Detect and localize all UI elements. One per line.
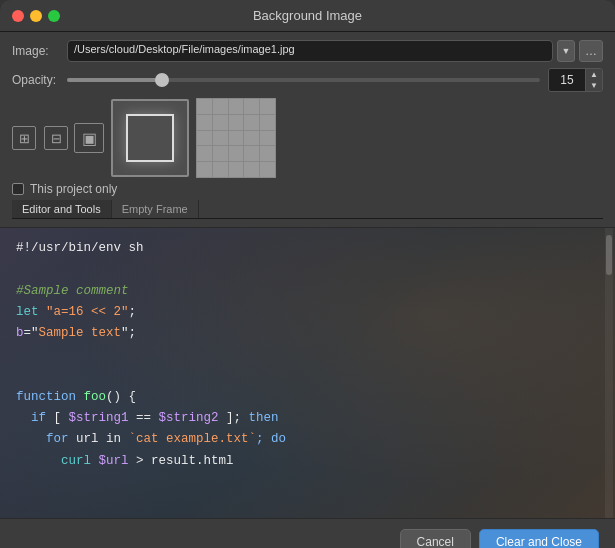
opacity-value: 15 xyxy=(549,69,585,91)
grid-cell xyxy=(213,162,228,177)
image-label: Image: xyxy=(12,44,67,58)
titlebar: Background Image xyxy=(0,0,615,32)
code-content[interactable]: #!/usr/bin/env sh #Sample comment let "a… xyxy=(0,228,615,482)
grid-cell xyxy=(229,115,244,130)
grid-cell xyxy=(213,99,228,114)
grid-cell xyxy=(244,131,259,146)
grid-cell xyxy=(197,99,212,114)
browse-button[interactable]: … xyxy=(579,40,603,62)
grid-cell xyxy=(260,162,275,177)
code-line: curl $url > result.html xyxy=(16,451,599,472)
checkbox-row: This project only xyxy=(12,182,603,196)
cancel-button[interactable]: Cancel xyxy=(400,529,471,548)
opacity-slider-wrap xyxy=(67,78,540,82)
window-title: Background Image xyxy=(253,8,362,23)
opacity-label: Opacity: xyxy=(12,73,67,87)
opacity-value-wrap: 15 ▲ ▼ xyxy=(548,68,603,92)
opacity-increment[interactable]: ▲ xyxy=(586,69,602,80)
footer: Cancel Clear and Close xyxy=(0,518,615,548)
grid-cell xyxy=(229,99,244,114)
traffic-lights xyxy=(12,10,60,22)
grid-cell xyxy=(260,115,275,130)
grid-cell xyxy=(244,115,259,130)
grid-cell xyxy=(213,146,228,161)
maximize-button[interactable] xyxy=(48,10,60,22)
tab-empty-frame[interactable]: Empty Frame xyxy=(112,200,199,218)
code-line: #!/usr/bin/env sh xyxy=(16,238,599,259)
code-line: function foo() { xyxy=(16,387,599,408)
project-only-label: This project only xyxy=(30,182,117,196)
grid-cell xyxy=(197,162,212,177)
dropdown-arrow-icon[interactable]: ▼ xyxy=(557,40,575,62)
grid-cell xyxy=(197,115,212,130)
grid-cell xyxy=(229,131,244,146)
image-path-select[interactable]: /Users/cloud/Desktop/File/images/image1.… xyxy=(67,40,553,62)
grid-cell xyxy=(197,131,212,146)
grid-cell xyxy=(244,146,259,161)
tabs-row: Editor and Tools Empty Frame xyxy=(12,200,603,219)
code-line xyxy=(16,344,599,365)
code-line: if [ $string1 == $string2 ]; then xyxy=(16,408,599,429)
thumb-rows-icon[interactable]: ⊟ xyxy=(44,126,68,150)
grid-cell xyxy=(260,146,275,161)
opacity-decrement[interactable]: ▼ xyxy=(586,80,602,91)
code-line: b="Sample text"; xyxy=(16,323,599,344)
clear-and-close-button[interactable]: Clear and Close xyxy=(479,529,599,548)
preview-inner-box xyxy=(126,114,174,162)
background-image-dialog: Background Image Image: /Users/cloud/Des… xyxy=(0,0,615,548)
grid-cell xyxy=(213,115,228,130)
opacity-row: Opacity: 15 ▲ ▼ xyxy=(12,68,603,92)
image-input-wrap: /Users/cloud/Desktop/File/images/image1.… xyxy=(67,40,603,62)
grid-cell xyxy=(244,162,259,177)
preview-outer-box xyxy=(111,99,189,177)
slider-fill xyxy=(67,78,162,82)
opacity-slider[interactable] xyxy=(67,78,540,82)
preview-grid xyxy=(196,98,276,178)
preview-middle xyxy=(110,98,190,178)
grid-cell xyxy=(229,146,244,161)
grid-cell xyxy=(260,131,275,146)
code-line: let "a=16 << 2"; xyxy=(16,302,599,323)
grid-cell xyxy=(197,146,212,161)
tab-editor-tools[interactable]: Editor and Tools xyxy=(12,200,112,218)
project-only-checkbox[interactable] xyxy=(12,183,24,195)
grid-cell xyxy=(229,162,244,177)
thumb-center-icon[interactable]: ▣ xyxy=(74,123,104,153)
code-line xyxy=(16,366,599,387)
controls-area: Image: /Users/cloud/Desktop/File/images/… xyxy=(0,32,615,228)
thumb-columns-icon[interactable]: ⊞ xyxy=(12,126,36,150)
slider-thumb[interactable] xyxy=(155,73,169,87)
grid-cell xyxy=(213,131,228,146)
code-line: for url in `cat example.txt`; do xyxy=(16,429,599,450)
grid-cell xyxy=(244,99,259,114)
image-row: Image: /Users/cloud/Desktop/File/images/… xyxy=(12,40,603,62)
grid-cell xyxy=(260,99,275,114)
thumbnails-row: ⊞ ⊟ ▣ xyxy=(12,98,603,178)
code-line xyxy=(16,259,599,280)
minimize-button[interactable] xyxy=(30,10,42,22)
editor-area: #!/usr/bin/env sh #Sample comment let "a… xyxy=(0,228,615,518)
close-button[interactable] xyxy=(12,10,24,22)
opacity-stepper: ▲ ▼ xyxy=(585,69,602,91)
code-line: #Sample comment xyxy=(16,281,599,302)
thumb-icons: ⊞ ⊟ xyxy=(12,122,68,154)
